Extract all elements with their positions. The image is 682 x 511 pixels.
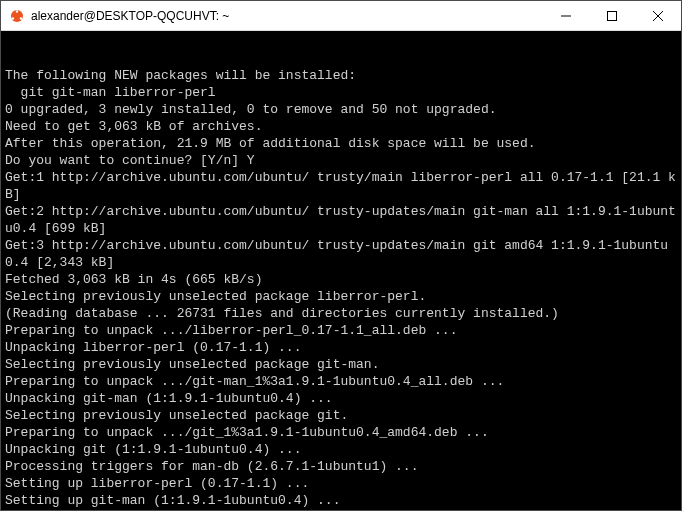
terminal-line: Selecting previously unselected package … (5, 407, 677, 424)
terminal-line: The following NEW packages will be insta… (5, 67, 677, 84)
terminal-line: Processing triggers for man-db (2.6.7.1-… (5, 458, 677, 475)
titlebar: alexander@DESKTOP-QQCUHVT: ~ (1, 1, 681, 31)
terminal-line: Preparing to unpack .../liberror-perl_0.… (5, 322, 677, 339)
svg-point-1 (16, 10, 18, 12)
terminal-line: git git-man liberror-perl (5, 84, 677, 101)
terminal-output[interactable]: The following NEW packages will be insta… (1, 31, 681, 510)
terminal-line: (Reading database ... 26731 files and di… (5, 305, 677, 322)
terminal-line: 0 upgraded, 3 newly installed, 0 to remo… (5, 101, 677, 118)
terminal-line: Setting up liberror-perl (0.17-1.1) ... (5, 475, 677, 492)
terminal-window: alexander@DESKTOP-QQCUHVT: ~ The followi… (0, 0, 682, 511)
terminal-line: Preparing to unpack .../git-man_1%3a1.9.… (5, 373, 677, 390)
terminal-line: Setting up git (1:1.9.1-1ubuntu0.4) ... (5, 509, 677, 510)
svg-point-2 (12, 17, 14, 19)
terminal-line: Setting up git-man (1:1.9.1-1ubuntu0.4) … (5, 492, 677, 509)
terminal-line: Fetched 3,063 kB in 4s (665 kB/s) (5, 271, 677, 288)
terminal-line: Get:2 http://archive.ubuntu.com/ubuntu/ … (5, 203, 677, 237)
terminal-line: Need to get 3,063 kB of archives. (5, 118, 677, 135)
terminal-line: Preparing to unpack .../git_1%3a1.9.1-1u… (5, 424, 677, 441)
terminal-line: Get:1 http://archive.ubuntu.com/ubuntu/ … (5, 169, 677, 203)
terminal-line: After this operation, 21.9 MB of additio… (5, 135, 677, 152)
terminal-line: Unpacking liberror-perl (0.17-1.1) ... (5, 339, 677, 356)
terminal-line: Unpacking git-man (1:1.9.1-1ubuntu0.4) .… (5, 390, 677, 407)
window-controls (543, 1, 681, 30)
terminal-line: Do you want to continue? [Y/n] Y (5, 152, 677, 169)
minimize-button[interactable] (543, 1, 589, 30)
maximize-button[interactable] (589, 1, 635, 30)
terminal-line: Selecting previously unselected package … (5, 356, 677, 373)
window-title: alexander@DESKTOP-QQCUHVT: ~ (31, 9, 543, 23)
terminal-line: Selecting previously unselected package … (5, 288, 677, 305)
svg-rect-5 (608, 11, 617, 20)
app-icon (9, 8, 25, 24)
terminal-line: Get:3 http://archive.ubuntu.com/ubuntu/ … (5, 237, 677, 271)
svg-point-3 (20, 17, 22, 19)
close-button[interactable] (635, 1, 681, 30)
terminal-line: Unpacking git (1:1.9.1-1ubuntu0.4) ... (5, 441, 677, 458)
